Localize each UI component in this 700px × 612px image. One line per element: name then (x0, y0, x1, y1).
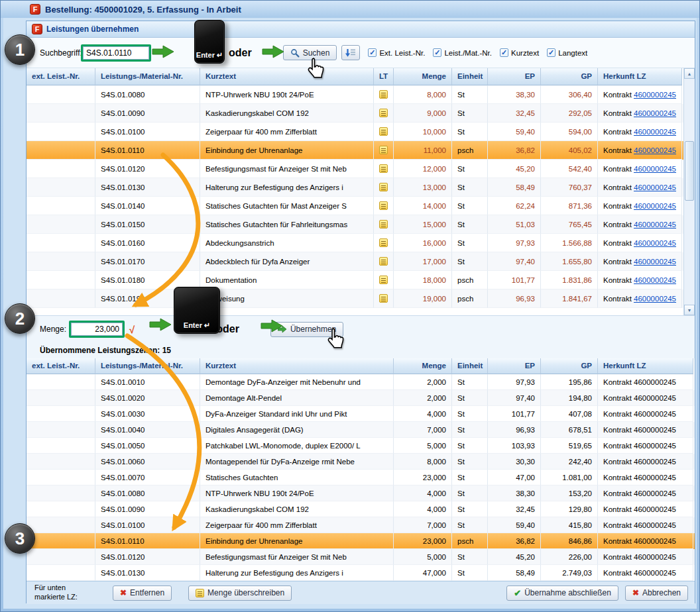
filter-checkbox[interactable]: Leist./Mat.-Nr. (433, 48, 492, 57)
col-gp[interactable]: GP (541, 358, 598, 374)
filter-checkbox[interactable]: Langtext (547, 48, 587, 57)
panel-titlebar[interactable]: F Leistungen übernehmen (27, 21, 695, 38)
col-kurztext[interactable]: Kurztext (200, 358, 394, 374)
checkbox-box[interactable] (500, 48, 508, 57)
insert-below-icon-button[interactable] (341, 45, 360, 60)
cell-lt[interactable] (374, 252, 394, 271)
kontrakt-link[interactable]: 4600000245 (634, 146, 676, 154)
col-menge[interactable]: Menge (394, 358, 452, 374)
cell-lt[interactable] (374, 215, 394, 234)
table-row[interactable]: S4S.01.0080 NTP-Uhrwerk NBU 190t 24/PoE … (27, 485, 695, 501)
kontrakt-link[interactable]: 4600000245 (634, 221, 676, 229)
kontrakt-link[interactable]: 4600000245 (634, 165, 676, 173)
cell-lt[interactable] (374, 85, 394, 104)
kontrakt-link[interactable]: 4600000245 (634, 295, 676, 303)
cell-lt[interactable] (374, 271, 394, 289)
table-row[interactable]: S4S.01.0110 Einbindung der Uhrenanlage 2… (27, 533, 695, 549)
cell-lt[interactable] (374, 234, 394, 252)
langtext-note-icon[interactable] (379, 90, 388, 99)
search-input[interactable] (83, 46, 149, 60)
filter-checkbox[interactable]: Kurztext (500, 48, 539, 57)
table-row[interactable]: S4S.01.0150 Statisches Gutachten für Fah… (27, 215, 683, 234)
col-ep[interactable]: EP (488, 358, 541, 374)
checkbox-box[interactable] (433, 48, 441, 57)
langtext-note-icon[interactable] (379, 220, 388, 229)
col-leistungs-nr[interactable]: Leistungs-/Material-Nr. (95, 358, 200, 374)
col-ext-leist-nr[interactable]: ext. Leist.-Nr. (27, 68, 95, 85)
table-row[interactable]: S4S.01.0130 Halterung zur Befestigung de… (27, 178, 683, 197)
table-row[interactable]: S4S.01.0170 Abdeckblech für Dyfa Anzeige… (27, 252, 683, 271)
langtext-note-icon[interactable] (379, 201, 388, 210)
col-herkunft-lz[interactable]: Herkunft LZ (598, 68, 682, 85)
col-ext-leist-nr[interactable]: ext. Leist.-Nr. (27, 358, 95, 374)
table-row[interactable]: S4S.01.0100 Zeigerpaar für 400 mm Ziffer… (27, 517, 695, 533)
entfernen-button[interactable]: Entfernen (113, 586, 172, 601)
menge-input[interactable] (71, 323, 123, 336)
kontrakt-link[interactable]: 4600000245 (634, 91, 676, 99)
cell-lt[interactable] (374, 141, 394, 160)
table-row[interactable]: S4S.01.0140 Statisches Gutachten für Mas… (27, 197, 683, 215)
menge-ueberschreiben-button[interactable]: Menge überschreiben (188, 586, 292, 601)
langtext-note-icon[interactable] (379, 146, 388, 154)
checkbox-box[interactable] (368, 48, 377, 57)
filter-checkbox[interactable]: Ext. Leist.-Nr. (368, 48, 425, 57)
cell-lt[interactable] (374, 123, 394, 141)
langtext-note-icon[interactable] (379, 276, 388, 284)
table-row[interactable]: S4S.01.0120 Befestigungsmast für Anzeige… (27, 549, 695, 565)
uebernahme-abschliessen-button[interactable]: Übernahme abschließen (506, 586, 618, 601)
table-row[interactable]: S4S.01.0080 NTP-Uhrwerk NBU 190t 24/PoE … (27, 85, 683, 104)
table-row[interactable]: S4S.01.0110 Einbindung der Uhrenanlage 1… (27, 141, 683, 160)
table-row[interactable]: S4S.01.0160 Abdeckungsanstrich 16,000 St… (27, 234, 683, 252)
col-kurztext[interactable]: Kurztext (200, 68, 374, 85)
langtext-note-icon[interactable] (379, 238, 388, 247)
table-row[interactable]: S4S.01.0090 Kaskadierungskabel COM 192 4… (27, 501, 695, 517)
uebernehmen-button[interactable]: Übernehmen (270, 322, 343, 337)
table-row[interactable]: S4S.01.0090 Kaskadierungskabel COM 192 9… (27, 104, 683, 123)
cell-lt[interactable] (374, 289, 394, 308)
table-row[interactable]: S4S.01.0070 Statisches Gutachten 23,000 … (27, 470, 695, 485)
col-gp[interactable]: GP (541, 68, 598, 85)
langtext-note-icon[interactable] (379, 257, 388, 266)
window-titlebar[interactable]: F Bestellung: 4500001029, 5. Erfassung -… (1, 1, 699, 18)
langtext-note-icon[interactable] (379, 127, 388, 136)
cell-lt[interactable] (374, 160, 394, 178)
checkbox-box[interactable] (547, 48, 555, 57)
suchen-button[interactable]: Suchen (283, 45, 337, 60)
cell-lt[interactable] (374, 104, 394, 123)
cell-lt[interactable] (374, 178, 394, 197)
table-row[interactable]: S4S.01.0010 Demontage DyFa-Anzeiger mit … (27, 374, 695, 390)
col-einheit[interactable]: Einheit (452, 358, 488, 374)
kontrakt-link[interactable]: 4600000245 (634, 276, 676, 284)
table-scrollbar[interactable] (683, 68, 695, 315)
col-ep[interactable]: EP (488, 68, 541, 85)
cell-lt[interactable] (374, 197, 394, 215)
table-row[interactable]: S4S.01.0120 Befestigungsmast für Anzeige… (27, 160, 683, 178)
col-lt[interactable]: LT (374, 68, 394, 85)
table-row[interactable]: S4S.01.0130 Halterung zur Befestigung de… (27, 565, 695, 581)
table-row[interactable]: S4S.01.0180 Dokumentation 18,000 psch 10… (27, 271, 683, 289)
col-herkunft-lz[interactable]: Herkunft LZ (598, 358, 693, 374)
kontrakt-link[interactable]: 4600000245 (634, 258, 676, 266)
table-row[interactable]: S4S.01.0190 Einweisung 19,000 psch 96,93… (27, 289, 683, 308)
table-row[interactable]: S4S.01.0020 Demontage Alt-Pendel 2,000 S… (27, 390, 695, 406)
langtext-note-icon[interactable] (379, 164, 388, 173)
table-row[interactable]: S4S.01.0100 Zeigerpaar für 400 mm Ziffer… (27, 123, 683, 141)
kontrakt-link[interactable]: 4600000245 (634, 109, 676, 117)
scroll-down-button[interactable] (684, 305, 695, 315)
col-einheit[interactable]: Einheit (452, 68, 488, 85)
kontrakt-link[interactable]: 4600000245 (634, 128, 676, 136)
table-row[interactable]: S4S.01.0050 Patchkabel LWL-Monomode, dup… (27, 438, 695, 454)
formula-icon[interactable]: √ (129, 324, 135, 335)
scroll-up-button[interactable] (684, 68, 695, 79)
kontrakt-link[interactable]: 4600000245 (634, 183, 676, 191)
abbrechen-button[interactable]: Abbrechen (625, 586, 688, 601)
table-row[interactable]: S4S.01.0060 Montagependel für DyFa-Anzei… (27, 454, 695, 470)
col-menge[interactable]: Menge (394, 68, 452, 85)
kontrakt-link[interactable]: 4600000245 (634, 239, 676, 247)
langtext-note-icon[interactable] (379, 294, 388, 303)
col-leistungs-nr[interactable]: Leistungs-/Material-Nr. (95, 68, 200, 85)
table-row[interactable]: S4S.01.0030 DyFa-Anzeiger Standard inkl … (27, 406, 695, 422)
langtext-note-icon[interactable] (379, 183, 388, 191)
scroll-thumb[interactable] (685, 141, 694, 201)
langtext-note-icon[interactable] (379, 109, 388, 117)
